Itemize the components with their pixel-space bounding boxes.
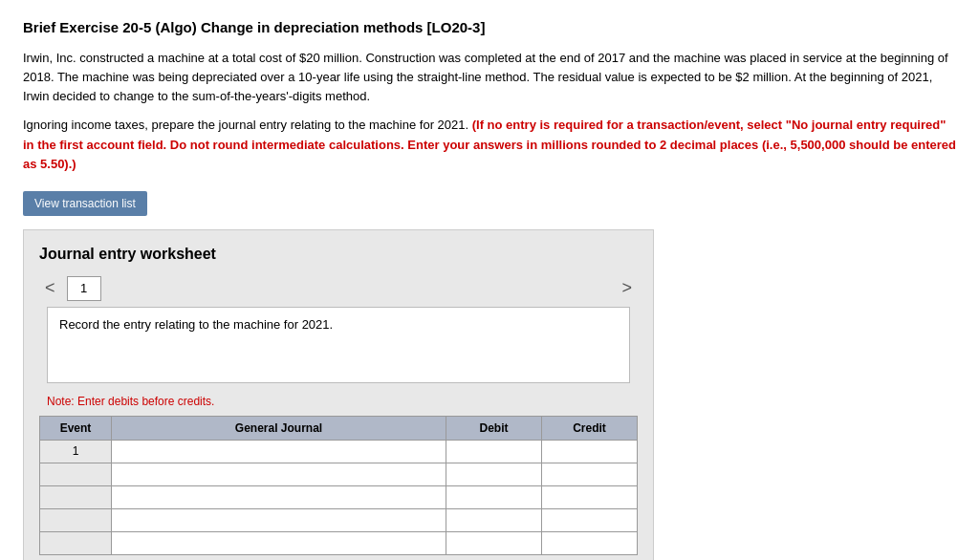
credit-input-4[interactable]: [542, 532, 637, 554]
journal-input-1[interactable]: [112, 463, 446, 485]
debit-input-1[interactable]: [446, 463, 541, 485]
table-row-debit-1[interactable]: [446, 463, 542, 485]
view-transaction-list-button[interactable]: View transaction list: [23, 191, 147, 216]
table-row-debit-2[interactable]: [446, 485, 542, 508]
nav-right-arrow[interactable]: >: [616, 276, 638, 300]
header-debit: Debit: [446, 416, 542, 440]
table-row-event-2: [40, 485, 112, 508]
worksheet-container: Journal entry worksheet < 1 > Record the…: [23, 229, 654, 560]
instructions-prefix: Ignoring income taxes, prepare the journ…: [23, 118, 472, 132]
nav-left-arrow[interactable]: <: [39, 276, 61, 300]
table-row-journal-0[interactable]: [112, 440, 446, 463]
table-row-event-0: 1: [40, 440, 112, 463]
table-row-credit-3[interactable]: [542, 508, 638, 531]
header-event: Event: [40, 416, 112, 440]
note-text: Note: Enter debits before credits.: [47, 395, 638, 408]
journal-input-3[interactable]: [112, 509, 446, 531]
table-row-credit-1[interactable]: [542, 463, 638, 485]
table-row-journal-4[interactable]: [112, 531, 446, 554]
debit-input-2[interactable]: [446, 486, 541, 508]
credit-input-3[interactable]: [542, 509, 637, 531]
journal-input-0[interactable]: [112, 441, 446, 463]
table-row-journal-1[interactable]: [112, 463, 446, 485]
journal-input-2[interactable]: [112, 486, 446, 508]
page-number-box: 1: [67, 276, 101, 301]
nav-section: < 1 >: [39, 276, 638, 301]
header-credit: Credit: [542, 416, 638, 440]
table-row-credit-2[interactable]: [542, 485, 638, 508]
table-row-event-1: [40, 463, 112, 485]
debit-input-0[interactable]: [446, 441, 541, 463]
debit-input-4[interactable]: [446, 532, 541, 554]
debit-input-3[interactable]: [446, 509, 541, 531]
header-general-journal: General Journal: [112, 416, 446, 440]
table-row-journal-3[interactable]: [112, 508, 446, 531]
worksheet-title: Journal entry worksheet: [39, 246, 638, 263]
nav-left-group: < 1: [39, 276, 101, 301]
table-row-credit-0[interactable]: [542, 440, 638, 463]
table-row-journal-2[interactable]: [112, 485, 446, 508]
entry-description-box: Record the entry relating to the machine…: [47, 307, 630, 383]
table-row-event-4: [40, 531, 112, 554]
credit-input-0[interactable]: [542, 441, 637, 463]
entry-row: Record the entry relating to the machine…: [39, 307, 638, 393]
journal-input-4[interactable]: [112, 532, 446, 554]
table-row-debit-4[interactable]: [446, 531, 542, 554]
description-text: Irwin, Inc. constructed a machine at a t…: [23, 49, 956, 106]
page-title: Brief Exercise 20-5 (Algo) Change in dep…: [23, 19, 956, 35]
instructions-text: Ignoring income taxes, prepare the journ…: [23, 116, 956, 173]
journal-table: Event General Journal Debit Credit 1: [39, 416, 638, 555]
table-row-event-3: [40, 508, 112, 531]
credit-input-2[interactable]: [542, 486, 637, 508]
table-row-debit-3[interactable]: [446, 508, 542, 531]
table-row-credit-4[interactable]: [542, 531, 638, 554]
credit-input-1[interactable]: [542, 463, 637, 485]
table-row-debit-0[interactable]: [446, 440, 542, 463]
